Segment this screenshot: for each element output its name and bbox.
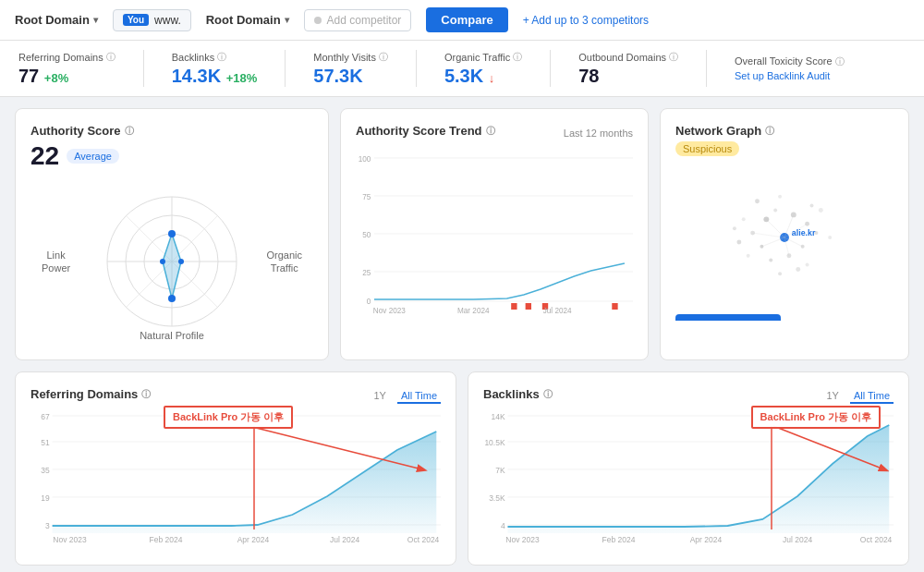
referring-domains-label: Referring Domains <box>18 52 103 63</box>
view-full-report-button[interactable]: View full report <box>675 314 781 321</box>
svg-point-35 <box>805 222 809 226</box>
svg-text:Nov 2023: Nov 2023 <box>373 306 406 315</box>
organic-traffic-label: Organic Traffic <box>444 52 510 63</box>
svg-point-50 <box>778 272 782 275</box>
metric-monthly-visits: Monthly Visits ⓘ 57.3K <box>313 51 388 87</box>
svg-text:19: 19 <box>41 493 50 503</box>
svg-text:3.5K: 3.5K <box>489 493 505 503</box>
network-graph-area: alie.kr View full report <box>675 164 894 321</box>
svg-point-39 <box>742 217 746 221</box>
authority-trend-card: Authority Score Trend ⓘ Last 12 months 1… <box>340 108 649 360</box>
info-icon-organic[interactable]: ⓘ <box>513 51 522 64</box>
svg-point-48 <box>733 226 736 230</box>
svg-text:Jul 2024: Jul 2024 <box>783 535 812 544</box>
svg-marker-90 <box>507 425 889 533</box>
average-badge: Average <box>67 149 119 164</box>
monthly-visits-value: 57.3K <box>313 66 388 87</box>
svg-point-8 <box>168 230 176 237</box>
info-icon-toxicity[interactable]: ⓘ <box>835 56 845 67</box>
svg-text:Apr 2024: Apr 2024 <box>237 535 270 544</box>
main-content: Authority Score ⓘ 22 Average LinkPower <box>0 97 924 572</box>
svg-text:Jul 2024: Jul 2024 <box>330 535 359 544</box>
svg-text:35: 35 <box>41 466 50 475</box>
competitor-input[interactable]: Add competitor <box>304 9 412 31</box>
svg-point-51 <box>806 263 809 267</box>
annotation-text-bl: BackLink Pro 가동 이후 <box>760 411 871 422</box>
svg-text:Nov 2023: Nov 2023 <box>53 535 87 544</box>
svg-text:4: 4 <box>501 521 505 530</box>
organic-traffic-radar-label: OrganicTraffic <box>266 249 302 275</box>
referring-domains-change: +8% <box>44 71 68 85</box>
info-icon-authority[interactable]: ⓘ <box>125 125 134 138</box>
referring-domains-value: 77 <box>18 66 39 86</box>
time-filters-rd: 1Y All Time <box>370 389 441 404</box>
annotation-box-rd: BackLink Pro 가동 이후 <box>164 406 293 429</box>
svg-point-47 <box>828 236 832 239</box>
network-graph-card: Network Graph ⓘ Suspicious <box>660 108 909 360</box>
authority-score-title: Authority Score <box>30 124 121 138</box>
svg-point-43 <box>819 208 823 213</box>
svg-point-45 <box>778 195 782 199</box>
svg-line-52 <box>766 219 784 237</box>
outbound-domains-label: Outbound Domains <box>578 52 666 63</box>
svg-text:75: 75 <box>362 192 371 201</box>
monthly-visits-label: Monthly Visits <box>313 52 376 63</box>
referring-domains-svg: 67 51 35 19 3 <box>30 408 441 547</box>
info-icon-visits[interactable]: ⓘ <box>379 51 388 64</box>
info-icon-rd-chart[interactable]: ⓘ <box>141 388 151 401</box>
divider <box>416 50 417 87</box>
toxicity-section: Overall Toxicity Score ⓘ Set up Backlink… <box>735 55 845 81</box>
annotation-box-bl: BackLink Pro 가동 이후 <box>751 406 881 429</box>
svg-text:0: 0 <box>367 297 371 306</box>
1y-filter-rd[interactable]: 1Y <box>370 389 389 404</box>
referring-domains-chart-card: Referring Domains ⓘ 1Y All Time BackLink… <box>15 371 456 566</box>
divider <box>143 50 144 87</box>
setup-backlink-audit-link[interactable]: Set up Backlink Audit <box>735 70 845 81</box>
divider <box>706 50 707 87</box>
svg-rect-25 <box>612 303 617 310</box>
svg-point-10 <box>178 259 184 264</box>
svg-text:alie.kr: alie.kr <box>792 228 816 237</box>
toxicity-label: Overall Toxicity Score <box>735 55 833 67</box>
authority-score-value: 22 <box>30 141 59 171</box>
authority-trend-title: Authority Score Trend <box>356 124 482 138</box>
organic-traffic-value: 5.3K <box>444 66 483 86</box>
backlinks-chart-card: Backlinks ⓘ 1Y All Time BackLink Pro 가동 … <box>468 371 909 566</box>
competitor-placeholder: Add competitor <box>327 14 402 27</box>
info-icon-backlinks[interactable]: ⓘ <box>217 51 226 64</box>
info-icon-network[interactable]: ⓘ <box>765 125 774 138</box>
radar-chart <box>98 188 246 335</box>
svg-point-44 <box>810 204 814 208</box>
you-url-input: You www. <box>113 9 191 31</box>
chevron-down-icon-2: ▾ <box>285 15 289 25</box>
dot-icon <box>314 17 322 24</box>
link-power-label: LinkPower <box>42 249 70 275</box>
svg-marker-72 <box>53 432 437 533</box>
svg-text:50: 50 <box>362 230 371 239</box>
svg-point-40 <box>736 239 741 244</box>
last-months-label: Last 12 months <box>564 128 633 139</box>
chevron-down-icon: ▾ <box>93 15 98 25</box>
svg-point-9 <box>168 295 176 302</box>
info-icon-trend[interactable]: ⓘ <box>486 125 495 138</box>
backlinks-svg: 14K 10.5K 7K 3.5K 4 <box>483 408 894 547</box>
alltime-filter-bl[interactable]: All Time <box>850 389 894 404</box>
add-competitor-link[interactable]: + Add up to 3 competitors <box>523 14 649 27</box>
backlinks-change: +18% <box>226 71 258 85</box>
alltime-filter-rd[interactable]: All Time <box>397 389 441 404</box>
1y-filter-bl[interactable]: 1Y <box>822 389 842 404</box>
root-domain-dropdown-2[interactable]: Root Domain ▾ <box>206 13 289 27</box>
svg-text:51: 51 <box>41 438 50 447</box>
info-icon-referring[interactable]: ⓘ <box>106 51 116 64</box>
svg-text:67: 67 <box>41 412 50 421</box>
info-icon-outbound[interactable]: ⓘ <box>669 51 678 64</box>
natural-profile-label: Natural Profile <box>140 330 204 341</box>
info-icon-bl-chart[interactable]: ⓘ <box>543 388 553 401</box>
svg-text:Feb 2024: Feb 2024 <box>149 535 182 544</box>
bottom-row: Referring Domains ⓘ 1Y All Time BackLink… <box>15 371 909 566</box>
svg-text:Mar 2024: Mar 2024 <box>457 306 490 315</box>
svg-text:10.5K: 10.5K <box>484 438 505 447</box>
svg-text:25: 25 <box>362 268 371 277</box>
compare-button[interactable]: Compare <box>426 7 507 32</box>
root-domain-dropdown-1[interactable]: Root Domain ▾ <box>15 13 98 27</box>
